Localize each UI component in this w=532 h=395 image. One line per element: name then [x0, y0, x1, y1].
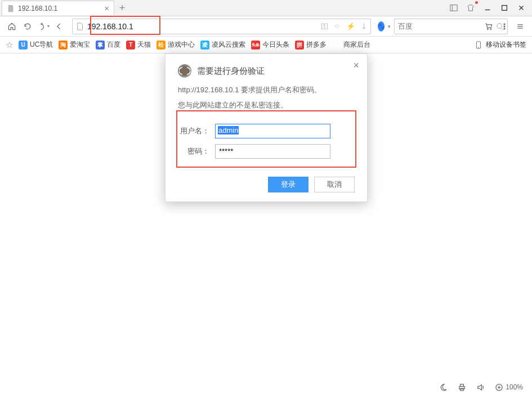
bookmark-favicon: 淘 — [59, 41, 68, 50]
svg-point-9 — [490, 29, 491, 30]
dialog-message-2: 您与此网站建立的不是私密连接。 — [178, 100, 355, 111]
bookmark-favicon: U — [19, 41, 28, 50]
bookmark-item[interactable]: 商家后台 — [332, 40, 370, 50]
window-controls — [445, 0, 532, 16]
bookmark-star-icon[interactable]: ☆ — [6, 40, 13, 50]
svg-point-8 — [488, 29, 489, 30]
close-button[interactable] — [513, 0, 530, 16]
bookmark-favicon: T — [126, 41, 135, 50]
zoom-icon — [495, 383, 503, 392]
svg-point-12 — [504, 28, 505, 29]
password-input[interactable] — [215, 144, 330, 159]
mobile-bookmarks[interactable]: 移动设备书签 — [475, 40, 526, 50]
bookmark-favicon: 松 — [157, 41, 166, 50]
dialog-message-1: http://192.168.10.1 要求提供用户名和密码。 — [178, 84, 355, 96]
mobile-icon — [475, 41, 482, 49]
search-engine-wrap: 🐾 ▾ — [378, 19, 479, 34]
bookmark-label: 游戏中心 — [168, 40, 195, 50]
svg-rect-3 — [502, 6, 507, 11]
printer-icon[interactable] — [458, 383, 466, 392]
bookmark-item[interactable]: 拼拼多多 — [295, 40, 327, 50]
address-bar[interactable]: ⚿ ☆ ⚡ ⤓ — [72, 19, 371, 34]
bookmark-label: 商家后台 — [343, 40, 370, 50]
url-action-icons: ⚿ ☆ ⚡ ⤓ — [321, 22, 367, 30]
nav-toolbar: ▾ ⚿ ☆ ⚡ ⤓ 🐾 ▾ — [0, 16, 532, 37]
zoom-control[interactable]: 100% — [495, 383, 523, 392]
bookmark-item[interactable]: 头条今日头条 — [251, 40, 289, 50]
more-icon[interactable] — [498, 20, 511, 33]
page-icon — [7, 5, 15, 12]
new-tab-button[interactable]: + — [114, 1, 130, 15]
dialog-title: 需要进行身份验证 — [197, 66, 265, 77]
svg-point-11 — [504, 26, 505, 27]
bookmark-favicon: 掌 — [96, 41, 105, 50]
bookmark-favicon: 头条 — [251, 41, 260, 50]
bookmark-favicon: 凌 — [200, 41, 209, 50]
sidebar-toggle-icon[interactable] — [445, 0, 462, 16]
svg-rect-20 — [461, 384, 464, 386]
undo-dropdown-icon[interactable]: ▾ — [37, 20, 50, 33]
login-button[interactable]: 登录 — [268, 177, 309, 192]
download-icon[interactable]: ⤓ — [361, 22, 367, 30]
cart-icon[interactable] — [482, 20, 495, 33]
bookmark-item[interactable]: 掌百度 — [96, 40, 120, 50]
maximize-button[interactable] — [496, 0, 513, 16]
svg-rect-0 — [450, 5, 457, 11]
home-icon[interactable] — [6, 20, 18, 33]
cancel-button[interactable]: 取消 — [314, 177, 355, 192]
bookmark-label: UC导航 — [30, 40, 53, 50]
bookmark-favicon — [332, 41, 341, 50]
uc-logo-icon — [178, 64, 191, 78]
page-info-icon — [76, 23, 84, 30]
status-bar: 100% — [0, 379, 532, 395]
zoom-value: 100% — [506, 383, 523, 391]
svg-point-18 — [180, 66, 190, 76]
tab-title: 192.168.10.1 — [18, 5, 57, 12]
bookmark-label: 今日头条 — [262, 40, 289, 50]
tab-bar: 192.168.10.1 × + — [0, 0, 532, 16]
skin-icon[interactable] — [462, 0, 479, 16]
mobile-bookmarks-label: 移动设备书签 — [486, 40, 526, 50]
engine-dropdown-icon[interactable]: ▾ — [388, 24, 391, 29]
password-label: 密码： — [178, 146, 215, 156]
menu-icon[interactable] — [514, 20, 526, 33]
bookmark-item[interactable]: T天猫 — [126, 40, 151, 50]
volume-icon[interactable] — [476, 383, 485, 392]
dialog-close-icon[interactable]: × — [353, 60, 359, 71]
star-icon[interactable]: ☆ — [334, 22, 341, 30]
bookmark-label: 凌风云搜索 — [212, 40, 245, 50]
reload-icon[interactable] — [21, 20, 34, 33]
back-icon[interactable] — [53, 20, 65, 33]
auth-form: 用户名： admin 密码： — [178, 124, 355, 159]
key-icon[interactable]: ⚿ — [321, 22, 328, 30]
search-input[interactable] — [398, 22, 493, 30]
url-input[interactable] — [87, 22, 318, 31]
browser-tab[interactable]: 192.168.10.1 × — [2, 1, 114, 15]
username-input[interactable]: admin — [215, 124, 330, 138]
minimize-button[interactable] — [479, 0, 496, 16]
baidu-icon[interactable]: 🐾 — [378, 21, 385, 32]
lightning-icon[interactable]: ⚡ — [346, 22, 355, 30]
svg-rect-21 — [461, 388, 464, 390]
bookmark-item[interactable]: 松游戏中心 — [157, 40, 195, 50]
bookmark-label: 拼多多 — [306, 40, 327, 50]
username-label: 用户名： — [178, 126, 215, 136]
bookmark-label: 爱淘宝 — [70, 40, 90, 50]
bookmark-item[interactable]: UUC导航 — [19, 40, 53, 50]
bookmark-label: 天猫 — [137, 40, 151, 50]
tab-close-icon[interactable]: × — [104, 3, 109, 13]
auth-dialog: × 需要进行身份验证 http://192.168.10.1 要求提供用户名和密… — [165, 53, 368, 202]
bookmark-label: 百度 — [107, 40, 120, 50]
moon-icon[interactable] — [439, 383, 448, 392]
bookmark-item[interactable]: 凌凌风云搜索 — [200, 40, 245, 50]
bookmark-favicon: 拼 — [295, 41, 304, 50]
bookmark-bar: ☆ UUC导航淘爱淘宝掌百度T天猫松游戏中心凌凌风云搜索头条今日头条拼拼多多商家… — [0, 37, 532, 53]
bookmark-item[interactable]: 淘爱淘宝 — [59, 40, 90, 50]
svg-point-10 — [504, 24, 505, 25]
